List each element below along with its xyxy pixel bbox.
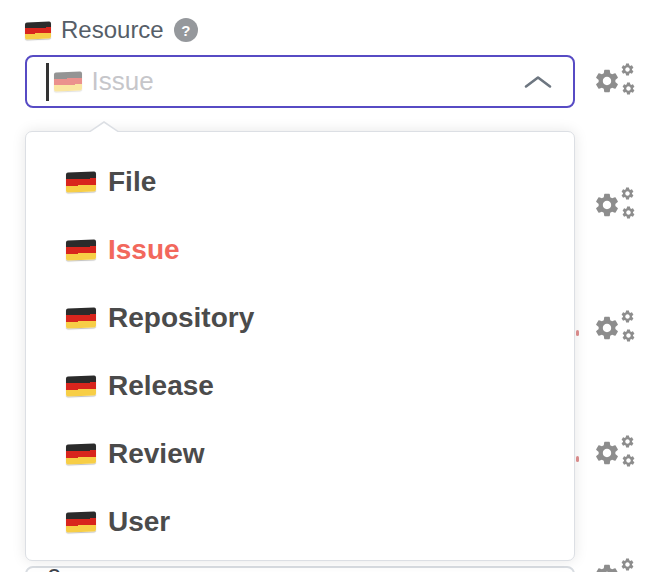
field-settings-gears-icon[interactable]: [593, 185, 639, 223]
dropdown-option-label: Repository: [108, 302, 254, 334]
dropdown-option-review[interactable]: Review: [26, 420, 574, 488]
dropdown-option-issue[interactable]: Issue: [26, 216, 574, 284]
form-region: { "colors": { "accent_purple": "#574bc4"…: [0, 0, 650, 572]
dropdown-option-file[interactable]: File: [26, 148, 574, 216]
german-flag-icon: [66, 171, 96, 192]
german-flag-icon: [66, 375, 96, 396]
dropdown-option-label: Release: [108, 370, 214, 402]
field-settings-gears-icon[interactable]: [593, 61, 639, 99]
text-cursor: [46, 63, 49, 101]
field-settings-gears-icon[interactable]: [593, 556, 639, 572]
dropdown-option-release[interactable]: Release: [26, 352, 574, 420]
occluded-red-fragment: [576, 456, 579, 462]
resource-select[interactable]: Issue: [25, 55, 575, 108]
field-label: Resource: [61, 16, 164, 44]
field-settings-gears-icon[interactable]: [593, 308, 639, 346]
field-settings-gears-icon[interactable]: [593, 433, 639, 471]
select-placeholder: Issue: [92, 66, 154, 97]
dropdown-option-label: Review: [108, 438, 205, 470]
dropdown-options-list: File Issue Repository Release Review Use…: [26, 148, 574, 556]
german-flag-icon: [66, 307, 96, 328]
chevron-up-icon[interactable]: [523, 74, 553, 90]
dropdown-option-label: File: [108, 166, 156, 198]
resource-dropdown-menu: File Issue Repository Release Review Use…: [25, 131, 575, 561]
dropdown-option-label: Issue: [108, 234, 180, 266]
help-icon[interactable]: ?: [174, 18, 198, 42]
occluded-field-box: 0: [25, 566, 575, 572]
german-flag-icon: [66, 443, 96, 464]
german-flag-icon: [66, 511, 96, 532]
german-flag-icon: [66, 239, 96, 260]
field-label-row: Resource ?: [25, 16, 198, 44]
dropdown-option-label: User: [108, 506, 170, 538]
occluded-red-fragment: [576, 330, 579, 336]
occluded-field-text: 0: [47, 565, 61, 572]
dropdown-option-user[interactable]: User: [26, 488, 574, 556]
dropdown-option-repository[interactable]: Repository: [26, 284, 574, 352]
german-flag-icon: [54, 72, 82, 92]
dropdown-notch: [89, 123, 119, 133]
german-flag-icon: [25, 21, 51, 39]
